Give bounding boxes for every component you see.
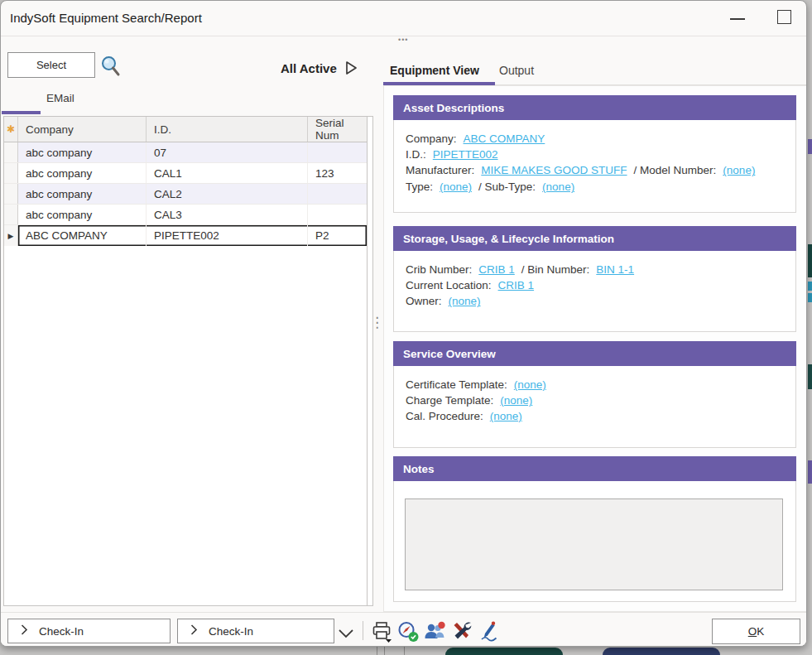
results-grid: ✱ Company I.D. Serial Num abc company 07… bbox=[3, 116, 368, 606]
cell-id[interactable]: PIPETTE002 bbox=[147, 225, 308, 246]
certificate-template-label: Certificate Template: bbox=[406, 378, 507, 391]
background-window-edge bbox=[808, 460, 812, 484]
manufacturer-link[interactable]: MIKE MAKES GOOD STUFF bbox=[481, 164, 627, 176]
tab-email[interactable]: EMail bbox=[46, 92, 74, 104]
certificate-template-link[interactable]: (none) bbox=[514, 378, 546, 391]
grid-header-row: ✱ Company I.D. Serial Num bbox=[4, 117, 367, 142]
table-row-selected[interactable]: ▶ ABC COMPANY PIPETTE002 P2 bbox=[4, 225, 367, 246]
owner-link[interactable]: (none) bbox=[449, 295, 481, 307]
notes-field bbox=[405, 498, 783, 590]
cell-serial[interactable]: 123 bbox=[308, 163, 367, 183]
section-header-asset-descriptions: Asset Descriptions bbox=[393, 95, 796, 120]
panel-drag-handle[interactable]: ••• bbox=[398, 36, 408, 44]
check-in-button-2[interactable]: Check-In bbox=[177, 619, 334, 643]
bin-number-link[interactable]: BIN 1-1 bbox=[596, 263, 634, 276]
subtype-link[interactable]: (none) bbox=[542, 181, 574, 193]
cell-company[interactable]: abc company bbox=[18, 205, 147, 224]
tab-equipment-view[interactable]: Equipment View bbox=[390, 64, 479, 77]
background-window-edge bbox=[808, 282, 812, 291]
ok-label-accelerator: O bbox=[748, 625, 757, 638]
cell-serial[interactable] bbox=[308, 205, 367, 224]
table-row[interactable]: abc company CAL2 bbox=[4, 184, 367, 205]
column-header-serial[interactable]: Serial Num bbox=[308, 117, 367, 142]
cell-serial[interactable]: P2 bbox=[308, 225, 367, 246]
maximize-button[interactable] bbox=[777, 10, 791, 24]
screen: IndySoft Equipment Search/Report Select … bbox=[0, 0, 812, 655]
chevron-right-icon bbox=[190, 624, 198, 638]
cell-company[interactable]: abc company bbox=[18, 142, 147, 162]
ok-label: K bbox=[757, 625, 764, 638]
section-body-asset-descriptions: Company:ABC COMPANY I.D.:PIPETTE002 Manu… bbox=[393, 120, 796, 213]
check-in-button-1[interactable]: Check-In bbox=[7, 619, 171, 643]
compass-check-icon[interactable] bbox=[397, 621, 420, 646]
company-link[interactable]: ABC COMPANY bbox=[464, 132, 545, 145]
type-label: Type: bbox=[406, 181, 433, 193]
company-label: Company: bbox=[406, 132, 457, 145]
cell-serial[interactable] bbox=[308, 142, 367, 162]
table-row[interactable]: abc company CAL3 bbox=[4, 205, 367, 225]
toolbar-divider bbox=[363, 621, 363, 640]
active-filter-label: All Active bbox=[281, 61, 337, 75]
new-row-icon: ✱ bbox=[4, 117, 18, 142]
owner-label: Owner: bbox=[406, 295, 442, 307]
people-icon[interactable] bbox=[423, 621, 446, 644]
background-window-edge bbox=[808, 364, 812, 389]
column-header-company[interactable]: Company bbox=[18, 117, 147, 142]
charge-template-label: Charge Template: bbox=[406, 394, 493, 407]
section-body-storage: Crib Number:CRIB 1/ Bin Number:BIN 1-1 C… bbox=[393, 251, 796, 332]
chevron-down-icon[interactable] bbox=[338, 627, 354, 642]
ok-button[interactable]: OK bbox=[712, 619, 800, 644]
background-window-button bbox=[603, 648, 720, 655]
background-window-edge bbox=[808, 139, 812, 154]
selected-row-indicator-icon: ▶ bbox=[4, 225, 18, 246]
cell-company[interactable]: ABC COMPANY bbox=[18, 225, 147, 246]
cell-company[interactable]: abc company bbox=[18, 184, 147, 204]
cell-id[interactable]: CAL2 bbox=[147, 184, 308, 204]
subtype-label: / Sub-Type: bbox=[478, 181, 536, 193]
cell-id[interactable]: CAL3 bbox=[147, 205, 308, 224]
cell-company[interactable]: abc company bbox=[18, 163, 147, 183]
crib-number-label: Crib Number: bbox=[406, 263, 472, 276]
tab-output[interactable]: Output bbox=[499, 64, 534, 77]
id-link[interactable]: PIPETTE002 bbox=[433, 148, 498, 161]
main-window: IndySoft Equipment Search/Report Select … bbox=[0, 0, 807, 647]
table-row[interactable]: abc company CAL1 123 bbox=[4, 163, 367, 184]
select-button[interactable]: Select bbox=[7, 52, 95, 78]
cell-id[interactable]: CAL1 bbox=[147, 163, 308, 183]
id-label: I.D.: bbox=[406, 148, 426, 161]
model-number-link[interactable]: (none) bbox=[723, 164, 755, 176]
table-row[interactable]: abc company 07 bbox=[4, 142, 367, 163]
run-search-icon[interactable] bbox=[344, 60, 358, 76]
current-location-label: Current Location: bbox=[406, 279, 492, 291]
cell-serial[interactable] bbox=[308, 184, 367, 204]
manufacturer-label: Manufacturer: bbox=[406, 164, 474, 176]
background-window-divider bbox=[377, 647, 377, 655]
section-header-service-overview: Service Overview bbox=[393, 341, 796, 366]
print-icon[interactable] bbox=[371, 621, 394, 646]
column-header-id[interactable]: I.D. bbox=[147, 117, 308, 142]
chevron-right-icon bbox=[21, 624, 28, 638]
footer-toolbar: Check-In Check-In bbox=[1, 612, 807, 647]
crib-number-link[interactable]: CRIB 1 bbox=[478, 263, 515, 276]
charge-template-link[interactable]: (none) bbox=[500, 394, 532, 407]
check-in-label: Check-In bbox=[209, 625, 253, 638]
search-icon[interactable] bbox=[99, 55, 122, 81]
type-link[interactable]: (none) bbox=[440, 181, 472, 193]
section-body-service-overview: Certificate Template:(none) Charge Templ… bbox=[393, 366, 796, 448]
cell-id[interactable]: 07 bbox=[147, 142, 308, 162]
background-window-edge bbox=[808, 293, 812, 302]
signature-pen-icon[interactable] bbox=[478, 621, 501, 645]
background-window-divider bbox=[404, 647, 405, 655]
background-window-divider bbox=[384, 647, 385, 655]
bin-number-label: / Bin Number: bbox=[521, 263, 590, 276]
current-location-link[interactable]: CRIB 1 bbox=[498, 279, 535, 291]
vertical-splitter-handle[interactable]: ⋮ bbox=[370, 319, 384, 326]
check-in-label: Check-In bbox=[39, 625, 84, 638]
window-title: IndySoft Equipment Search/Report bbox=[10, 11, 202, 25]
minimize-button[interactable] bbox=[730, 18, 745, 20]
model-number-label: / Model Number: bbox=[634, 164, 717, 176]
cal-procedure-label: Cal. Procedure: bbox=[406, 410, 483, 422]
background-window-edge bbox=[808, 244, 812, 277]
cal-procedure-link[interactable]: (none) bbox=[490, 410, 522, 422]
tools-icon[interactable] bbox=[451, 621, 473, 644]
